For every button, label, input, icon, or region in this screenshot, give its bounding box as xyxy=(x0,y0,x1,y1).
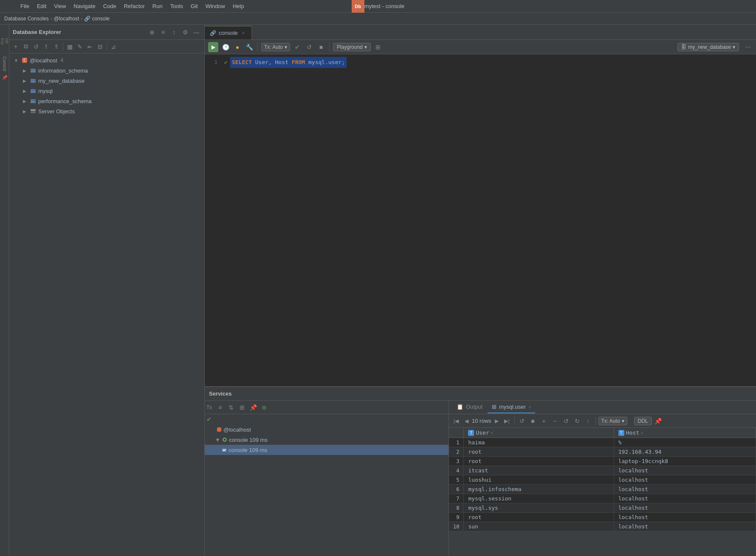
first-page-icon[interactable]: |◀ xyxy=(451,416,461,426)
submit-icon[interactable]: ↻ xyxy=(573,416,582,426)
upload-icon[interactable]: ⇑ xyxy=(52,42,61,51)
menu-code[interactable]: Code xyxy=(100,2,120,10)
menu-view[interactable]: View xyxy=(51,2,69,10)
menu-edit[interactable]: Edit xyxy=(34,2,50,10)
sidebar-db-explorer[interactable]: DBExp xyxy=(1,27,8,56)
svg-rect-4 xyxy=(31,79,36,83)
db-selector[interactable]: 🗄 my_new_database ▾ xyxy=(677,43,739,51)
menu-git[interactable]: Git xyxy=(187,2,201,10)
pin2-icon[interactable]: 📌 xyxy=(248,403,258,412)
code-editor[interactable]: 1 ✔ SELECT User, Host FROM mysql.user; xyxy=(205,54,756,386)
tree-my-new-database[interactable]: ▶ my_new_database xyxy=(9,76,204,86)
check-icon[interactable]: ✔ xyxy=(293,42,302,52)
rtab-output[interactable]: 📋 Output xyxy=(452,402,487,413)
sidebar-commit[interactable]: Commit xyxy=(1,57,8,70)
copy-icon[interactable]: ⧉ xyxy=(21,42,31,51)
sort-icon[interactable]: ↿ xyxy=(42,42,51,51)
undo-icon[interactable]: ↺ xyxy=(305,42,314,52)
col-header-user[interactable]: T User ⇅ xyxy=(464,428,614,438)
more-icon[interactable]: ⋯ xyxy=(743,42,753,52)
db-explorer-toolbar-icons: ⊕ ≡ ↕ ⚙ — xyxy=(147,28,201,37)
title-bar: Db File Edit View Navigate Code Refactor… xyxy=(0,0,756,13)
playground-button[interactable]: Playground ▾ xyxy=(333,43,371,51)
table-view-icon[interactable]: ⊞ xyxy=(373,42,383,52)
refresh-icon[interactable]: ≡ xyxy=(158,28,168,37)
sync-icon[interactable]: ↺ xyxy=(31,42,41,51)
add-service-icon[interactable]: ⊕ xyxy=(260,403,269,412)
tab-close-icon[interactable]: × xyxy=(240,30,246,36)
schema-icon xyxy=(30,77,37,84)
stree-console-leaf[interactable]: console 109 ms xyxy=(205,445,449,455)
tree-root-localhost[interactable]: ▼ C @localhost 4 xyxy=(9,55,204,65)
del-row-icon[interactable]: − xyxy=(550,416,560,426)
results-table-wrap[interactable]: T User ⇅ T Host xyxy=(449,428,756,556)
sep1 xyxy=(63,42,63,51)
sep6 xyxy=(595,417,596,425)
rtab-mysql-user[interactable]: ⊞ mysql.user × xyxy=(488,402,535,413)
cell-host: laptop-19ccnqk8 xyxy=(614,457,756,466)
history-icon[interactable]: 🕐 xyxy=(221,42,230,52)
sidebar-pin[interactable]: 📌 xyxy=(1,71,8,84)
rtab-close-icon[interactable]: × xyxy=(528,404,531,410)
stree-console-parent[interactable]: ▼ console 109 ms xyxy=(205,435,449,445)
tab-console[interactable]: 🔗 console × xyxy=(205,26,252,39)
filter-icon[interactable]: ⊕ xyxy=(147,28,157,37)
add-row-icon[interactable]: + xyxy=(539,416,549,426)
menu-window[interactable]: Window xyxy=(202,2,228,10)
pin-icon[interactable]: ● xyxy=(233,42,242,52)
image-icon[interactable]: ⊟ xyxy=(96,42,105,51)
menu-help[interactable]: Help xyxy=(229,2,248,10)
col-header-host[interactable]: T Host ⇅ xyxy=(614,428,756,438)
next-page-icon[interactable]: ▶ xyxy=(492,416,502,426)
tree-mysql[interactable]: ▶ mysql xyxy=(9,86,204,96)
edit-icon[interactable]: ✎ xyxy=(75,42,85,51)
menu-refactor[interactable]: Refactor xyxy=(121,2,148,10)
pin-results-icon[interactable]: 📌 xyxy=(654,416,663,426)
table-row: 2 root 192.168.43.94 xyxy=(449,447,756,457)
add-icon[interactable]: + xyxy=(11,42,20,51)
tx-chevron-icon: ▾ xyxy=(285,44,287,50)
cell-user: itcast xyxy=(464,466,614,475)
sort-host-icon[interactable]: ⇅ xyxy=(641,430,643,435)
menu-run[interactable]: Run xyxy=(149,2,166,10)
tree-performance-schema[interactable]: ▶ performance_schema xyxy=(9,96,204,106)
tab-bar: 🔗 console × xyxy=(205,25,756,40)
line-check-icon: ✔ xyxy=(222,58,230,67)
move-left-icon[interactable]: ⇤ xyxy=(85,42,95,51)
ddl-button[interactable]: DDL xyxy=(634,417,652,425)
row-number: 10 xyxy=(449,522,464,531)
tree-server-objects[interactable]: ▶ Server Objects xyxy=(9,106,204,116)
stop-results-icon[interactable]: ■ xyxy=(528,416,538,426)
stree-localhost[interactable]: @localhost xyxy=(205,424,449,435)
tree-info-schema-label: information_schema xyxy=(38,67,88,74)
wrench-icon[interactable]: 🔧 xyxy=(245,42,254,52)
tree-information-schema[interactable]: ▶ information_schema xyxy=(9,65,204,76)
prev-page-icon[interactable]: ◀ xyxy=(462,416,471,426)
sort-user-icon[interactable]: ⇅ xyxy=(491,430,494,435)
tx-selector[interactable]: Tx: Auto ▾ xyxy=(261,43,290,51)
last-page-icon[interactable]: ▶| xyxy=(502,416,512,426)
minimize-icon[interactable]: — xyxy=(192,28,201,37)
align-icon[interactable]: ≡ xyxy=(215,403,225,412)
align2-icon[interactable]: ⇅ xyxy=(226,403,236,412)
menu-tools[interactable]: Tools xyxy=(167,2,186,10)
menu-navigate[interactable]: Navigate xyxy=(70,2,99,10)
code-content[interactable]: ✔ SELECT User, Host FROM mysql.user; xyxy=(222,58,756,383)
export-icon[interactable]: ↑ xyxy=(584,416,593,426)
run-button[interactable]: ▶ xyxy=(208,42,218,52)
menu-file[interactable]: File xyxy=(17,2,33,10)
collapse-icon[interactable]: ↕ xyxy=(169,28,179,37)
breadcrumb-console[interactable]: 🔗 console xyxy=(84,16,110,22)
chevron-right-icon: ▶ xyxy=(21,108,28,115)
grid-icon[interactable]: ⊞ xyxy=(237,403,247,412)
breadcrumb-db-consoles[interactable]: Database Consoles xyxy=(4,16,49,22)
filter-db-icon[interactable]: ⊿ xyxy=(109,42,118,51)
chevron-down-icon: ▼ xyxy=(13,57,20,64)
tx-results-selector[interactable]: Tx: Auto ▾ xyxy=(598,417,627,425)
stop-icon[interactable]: ■ xyxy=(316,42,326,52)
refresh-results-icon[interactable]: ↺ xyxy=(517,416,527,426)
settings-icon[interactable]: ⚙ xyxy=(181,28,190,37)
breadcrumb-localhost[interactable]: @localhost xyxy=(54,16,79,22)
table-icon[interactable]: ▦ xyxy=(65,42,74,51)
revert-icon[interactable]: ↺ xyxy=(561,416,571,426)
